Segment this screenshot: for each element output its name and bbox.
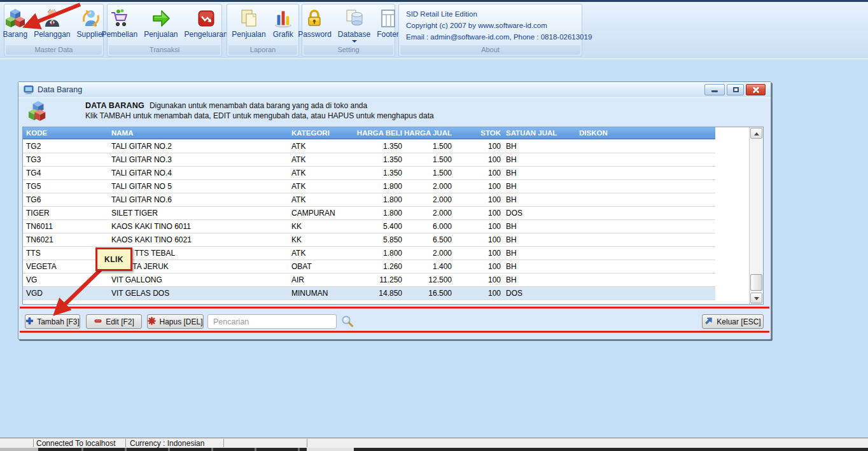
table-row[interactable]: TN6021KAOS KAKI TINO 6021KK5.8506.500100… — [23, 233, 715, 247]
ribbon-item-pelanggan[interactable]: Pelanggan — [32, 7, 72, 39]
column-header-harga-jual[interactable]: HARGA JUAL — [402, 127, 452, 139]
ribbon-item-pengeluaran[interactable]: Pengeluaran — [183, 7, 230, 39]
cell-harga_jual: 2.000 — [402, 180, 452, 193]
close-button[interactable] — [746, 84, 766, 95]
cell-harga_jual: 6.500 — [402, 233, 452, 246]
cell-kategori: OBAT — [291, 260, 354, 273]
window-titlebar[interactable]: Data Barang — [18, 82, 771, 98]
cell-harga_jual: 2.000 — [402, 207, 452, 219]
cell-kode: TG5 — [23, 180, 111, 193]
search-icon[interactable] — [341, 315, 354, 328]
cell-nama: TALI GITAR NO.3 — [111, 153, 291, 166]
tambah-button[interactable]: Tambah [F3] — [25, 314, 80, 329]
table-row[interactable]: TG6TALI GITAR NO.6ATK1.8002.000100BH — [23, 193, 715, 207]
cell-harga_beli: 14.850 — [354, 287, 402, 300]
ribbon-item-grafik[interactable]: Grafik — [270, 7, 296, 39]
cell-harga_beli: 5.850 — [354, 233, 402, 246]
database-icon — [344, 8, 365, 29]
ribbon-item-penjualan[interactable]: Penjualan — [142, 7, 179, 39]
hapus-button[interactable]: Hapus [DEL] — [147, 314, 204, 329]
column-header-satuan-jual[interactable]: SATUAN JUAL — [501, 127, 579, 139]
table-row[interactable]: TG3TALI GITAR NO.3ATK1.3501.500100BH — [23, 153, 715, 167]
edit-button[interactable]: Edit [F2] — [86, 314, 142, 329]
cell-diskon — [579, 287, 715, 300]
cell-kategori: ATK — [291, 180, 354, 193]
vertical-scrollbar[interactable] — [749, 127, 763, 304]
status-currency: Currency : Indonesian — [130, 439, 204, 448]
cell-nama: TALI GITAR NO.2 — [111, 140, 291, 153]
cell-satuan: BH — [501, 220, 579, 233]
scroll-down-button[interactable] — [750, 293, 762, 303]
dialog-description-line1: DATA BARANGDigunakan untuk menambah data… — [85, 101, 367, 110]
cell-stok: 100 — [452, 220, 501, 233]
restore-button[interactable] — [727, 84, 744, 95]
cell-satuan: BH — [501, 233, 579, 246]
dialog-title: DATA BARANG — [85, 101, 144, 110]
cell-satuan: BH — [501, 167, 579, 179]
column-header-diskon[interactable]: DISKON — [579, 127, 715, 139]
taskbar-edge — [0, 448, 868, 451]
ribbon-item-barang[interactable]: Barang — [1, 7, 29, 39]
minimize-button[interactable] — [704, 84, 725, 95]
keluar-button[interactable]: Keluar [ESC] — [702, 314, 764, 329]
ribbon-group-caption: Laporan — [228, 45, 297, 55]
cell-kode: TN6021 — [23, 233, 111, 246]
cell-diskon — [579, 233, 715, 246]
ribbon-item-label: Pembelian — [101, 30, 137, 39]
scroll-up-button[interactable] — [750, 128, 762, 139]
ribbon-group-caption: Transaksi — [109, 45, 220, 55]
cell-nama: VIT GALLONG — [111, 274, 291, 286]
cell-kode: TN6011 — [23, 220, 111, 233]
cell-kategori: CAMPURAN — [291, 207, 354, 219]
bar-chart-icon — [272, 8, 294, 29]
table-row[interactable]: VGDVIT GELAS DOSMINUMAN14.85016.500100DO… — [23, 287, 715, 300]
cell-harga_jual: 1.500 — [402, 153, 452, 166]
cell-diskon — [579, 167, 715, 179]
ribbon-item-password[interactable]: Password — [296, 7, 333, 39]
table-row[interactable]: TG2TALI GITAR NO.2ATK1.3501.500100BH — [23, 140, 715, 153]
cart-icon — [109, 8, 130, 29]
data-barang-window: Data Barang DATA BARANGDigunakan untuk m… — [18, 81, 771, 340]
ribbon-item-database[interactable]: Database — [336, 7, 372, 43]
cell-kategori: ATK — [291, 193, 354, 206]
annotation-red-line-bottom — [20, 331, 769, 333]
cell-kategori: KK — [291, 233, 354, 246]
table-row[interactable]: VGVIT GALLONGAIR11.25012.500100BH — [23, 274, 715, 287]
cell-stok: 100 — [452, 260, 501, 273]
cell-kategori: ATK — [291, 247, 354, 260]
column-header-harga-beli[interactable]: HARGA BELI — [354, 127, 402, 139]
footer-page-icon — [377, 8, 399, 29]
table-row[interactable]: TG5TALI GITAR NO 5ATK1.8002.000100BH — [23, 180, 715, 193]
ribbon-group-caption: Setting — [304, 45, 393, 55]
table-row[interactable]: TN6011KAOS KAKI TINO 6011KK5.4006.000100… — [23, 220, 715, 233]
cell-harga_jual: 1.400 — [402, 260, 452, 273]
red-chart-icon — [195, 8, 217, 29]
cell-harga_jual: 2.000 — [402, 247, 452, 260]
column-header-nama[interactable]: NAMA — [111, 127, 291, 139]
cell-satuan: BH — [501, 274, 579, 286]
ribbon-group-setting: Password Database — [302, 4, 395, 57]
column-header-stok[interactable]: STOK — [452, 127, 501, 139]
green-arrow-icon — [150, 8, 172, 29]
table-row[interactable]: TIGERSILET TIGERCAMPURAN1.8002.000100DOS — [23, 207, 715, 220]
cell-stok: 100 — [452, 207, 501, 219]
column-header-kode[interactable]: KODE — [23, 127, 111, 139]
cell-harga_beli: 11.250 — [354, 274, 402, 286]
cell-satuan: BH — [501, 140, 579, 153]
column-header-kategori[interactable]: KATEGORI — [291, 127, 354, 139]
table-row[interactable]: TG4TALI GITAR NO.4ATK1.3501.500100BH — [23, 167, 715, 180]
ribbon-item-label: Grafik — [273, 30, 293, 39]
search-input[interactable] — [207, 314, 337, 329]
ribbon-item-label: Penjualan — [144, 30, 178, 39]
ribbon-group-transaksi: Pembelian Penjualan — [107, 4, 222, 57]
cell-satuan: BH — [501, 247, 579, 260]
ribbon-item-laporan-penjualan[interactable]: Penjualan — [230, 7, 267, 39]
cell-kode: TG4 — [23, 167, 111, 179]
cell-stok: 100 — [452, 247, 501, 260]
ribbon-item-label: Penjualan — [232, 30, 265, 39]
ribbon-item-pembelian[interactable]: Pembelian — [99, 7, 139, 39]
cell-harga_beli: 5.400 — [354, 220, 402, 233]
ribbon-item-footer[interactable]: Footer — [375, 7, 401, 39]
scrollbar-thumb[interactable] — [750, 274, 762, 291]
status-bar: Connected To localhost Currency : Indone… — [0, 438, 868, 448]
